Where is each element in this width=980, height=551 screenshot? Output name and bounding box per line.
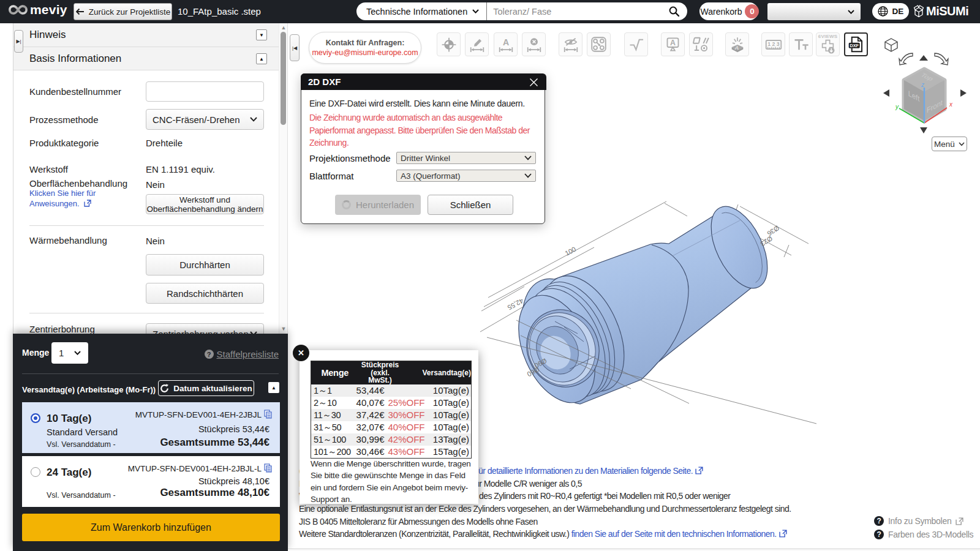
question-icon: ? bbox=[205, 350, 214, 359]
durchhaerten-button[interactable]: Durchhärten bbox=[146, 254, 264, 276]
model-colors-link[interactable]: ? Farben des 3D-Modells bbox=[874, 530, 980, 539]
modal-message: Eine DXF-Datei wird erstellt. Dies kann … bbox=[309, 99, 525, 108]
price-cell: 10Tag(e) bbox=[423, 421, 472, 433]
surface-finish-button[interactable] bbox=[624, 32, 648, 56]
hinweis-expand-toggle[interactable]: ▼ bbox=[256, 29, 267, 40]
werkstoff-aendern-button[interactable]: Werkstoff und Oberflächenbehandlung ände… bbox=[146, 194, 264, 214]
bottom-strip bbox=[288, 549, 980, 551]
info-symbols-link[interactable]: ? Info zu Symbolen bbox=[874, 516, 980, 526]
external-link-icon bbox=[84, 200, 91, 207]
popup-close-button[interactable]: ✕ bbox=[293, 345, 309, 361]
price-cell: 40%OFF bbox=[388, 421, 423, 433]
material-info-link[interactable]: ür detaillierte Informationen zu den Mat… bbox=[478, 466, 693, 476]
projektionsmethode-select[interactable]: Dritter Winkel bbox=[396, 152, 536, 164]
scroll-up-arrow[interactable]: ▲ bbox=[281, 24, 287, 31]
rotate-right-arrow[interactable] bbox=[935, 53, 948, 65]
chevron-down-icon bbox=[959, 142, 965, 146]
pan-down-arrow[interactable] bbox=[920, 127, 927, 133]
marking-icon: A bbox=[729, 36, 746, 53]
datum-aktualisieren-button[interactable]: Datum aktualisieren bbox=[158, 380, 254, 396]
shipping-option-24days[interactable]: 24 Tag(e) Vsl. Versanddatum - MVTUP-SFN-… bbox=[22, 456, 280, 507]
viewer-collapse-handle[interactable]: |◀ bbox=[290, 34, 300, 61]
tech-info-link[interactable]: finden Sie auf der Seite mit den technis… bbox=[571, 529, 777, 539]
dxf-export-button[interactable]: DXF bbox=[844, 32, 868, 56]
basis-section-header[interactable]: Basis Informationen ▲ bbox=[13, 47, 279, 70]
back-to-projects-button[interactable]: Zurück zur Projektliste bbox=[74, 3, 172, 20]
3d-model[interactable]: 100 42,55 Ø90 Ø60 Ø36 Ø23 bbox=[478, 196, 827, 432]
measure-button[interactable]: 1 2 3 bbox=[761, 32, 785, 56]
quote-collapse-toggle[interactable]: ▲ bbox=[268, 382, 279, 393]
text-Tt-icon bbox=[793, 36, 810, 53]
edit-dimension-button[interactable] bbox=[465, 32, 489, 56]
hinweis-section-header[interactable]: Hinweis ▼ bbox=[13, 23, 279, 47]
randschichthaerten-button[interactable]: Randschichthärten bbox=[146, 283, 264, 304]
refresh-icon bbox=[160, 384, 169, 393]
part-number: MVTUP-SFN-DEV001-4EH-2JBJL bbox=[135, 410, 262, 419]
hide-dimension-button[interactable] bbox=[559, 32, 582, 56]
waerme-label: Wärmebehandlung bbox=[29, 235, 107, 246]
shipping-option-10days[interactable]: 10 Tag(e) Standard Versand Vsl. Versandd… bbox=[22, 402, 280, 453]
menu-button[interactable]: Menü bbox=[932, 137, 967, 151]
radio-selected[interactable] bbox=[31, 413, 40, 423]
svg-text:DXF: DXF bbox=[850, 43, 859, 48]
topbar-dropdown[interactable] bbox=[767, 3, 861, 20]
dim-d36: Ø36 bbox=[766, 224, 780, 237]
sidebar-scrollbar[interactable]: ▲ ▼ bbox=[279, 23, 287, 334]
kundenbestellnummer-input[interactable] bbox=[146, 81, 264, 102]
svg-text:1 2 3: 1 2 3 bbox=[767, 40, 780, 47]
datum-target-icon bbox=[441, 37, 457, 53]
rotate-up-arrow[interactable] bbox=[919, 55, 928, 61]
search-input[interactable] bbox=[487, 7, 668, 17]
anweisungen-link-2[interactable]: Anweisungen. bbox=[29, 199, 91, 208]
cart-button[interactable]: Warenkorb 0 bbox=[699, 2, 758, 20]
misumi-logo: MiSUMi bbox=[913, 4, 968, 18]
copy-icon[interactable] bbox=[264, 463, 272, 473]
six-views-button[interactable]: 6VIEWS bbox=[816, 32, 840, 56]
download-button[interactable]: Herunterladen bbox=[335, 195, 421, 215]
meviy-logo[interactable]: meviy bbox=[9, 2, 67, 17]
top-bar: meviy Zurück zur Projektliste 10_FAtp_ba… bbox=[0, 0, 980, 23]
hole-pattern-button[interactable] bbox=[587, 32, 611, 56]
leader-text-button[interactable]: A bbox=[661, 32, 685, 56]
add-to-cart-button[interactable]: Zum Warenkorb hinzufügen bbox=[22, 514, 280, 541]
price-cell: 51～100 bbox=[311, 433, 356, 446]
delete-dimension-button[interactable] bbox=[522, 32, 546, 56]
geometric-tolerance-button[interactable] bbox=[689, 32, 713, 56]
axis-x-label: x bbox=[949, 101, 953, 108]
question-icon: ? bbox=[874, 516, 884, 526]
price-cell: 37,42€ bbox=[356, 409, 388, 421]
price-table-header: Menge Stückpreis(exkl.MwSt.) Versandtag(… bbox=[311, 361, 472, 384]
text-button[interactable] bbox=[789, 32, 813, 56]
anweisungen-link[interactable]: Klicken Sie hier für bbox=[29, 189, 96, 198]
staffelpreisliste-link[interactable]: ? Staffelpreisliste bbox=[205, 349, 279, 359]
price-cell: 13Tag(e) bbox=[423, 433, 472, 446]
price-cell: 43%OFF bbox=[388, 446, 423, 459]
prozessmethode-select[interactable]: CNC-Fräsen/-Drehen bbox=[146, 109, 264, 130]
language-button[interactable]: DE bbox=[872, 3, 909, 20]
copy-icon[interactable] bbox=[264, 410, 272, 419]
search-category-dropdown[interactable]: Technische Informationen bbox=[356, 2, 487, 20]
note-line-6: Weitere Standardtoleranzen (Konzentrizit… bbox=[299, 529, 787, 539]
svg-text:A: A bbox=[502, 37, 508, 47]
datum-target-button[interactable] bbox=[437, 32, 461, 56]
radio-unselected[interactable] bbox=[31, 467, 40, 477]
scroll-down-arrow[interactable]: ▼ bbox=[281, 326, 287, 332]
marking-button[interactable]: A bbox=[725, 32, 749, 56]
contact-email[interactable]: meviy-eu@misumi-europe.com bbox=[312, 48, 418, 57]
text-dimension-button[interactable]: A bbox=[494, 32, 518, 56]
pan-left-arrow[interactable] bbox=[883, 89, 889, 97]
modal-close-icon[interactable] bbox=[529, 78, 538, 87]
menge-select[interactable]: 1 bbox=[51, 342, 88, 364]
scrollbar-thumb[interactable] bbox=[281, 32, 286, 125]
isometric-view-icon[interactable] bbox=[885, 39, 897, 51]
pan-right-arrow[interactable] bbox=[960, 89, 967, 97]
chevron-down-icon bbox=[250, 117, 257, 122]
cart-count-badge: 0 bbox=[745, 4, 759, 18]
blattformat-select[interactable]: A3 (Querformat) bbox=[396, 170, 536, 182]
price-cell: 30,99€ bbox=[356, 433, 388, 446]
rotate-left-arrow[interactable] bbox=[899, 53, 913, 65]
sidebar-collapse-handle[interactable]: ▶| bbox=[14, 30, 23, 53]
basis-collapse-toggle[interactable]: ▲ bbox=[256, 53, 267, 64]
search-icon[interactable] bbox=[668, 6, 680, 17]
close-button[interactable]: Schließen bbox=[428, 195, 513, 215]
